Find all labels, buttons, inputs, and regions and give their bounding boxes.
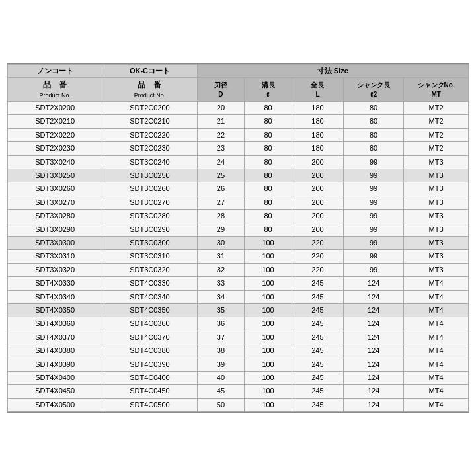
- table-row: SDT3X0310SDT3C03103110022099MT3: [8, 250, 469, 263]
- noncoat-cell: SDT3X0310: [8, 250, 102, 263]
- l-cell: 100: [245, 277, 292, 290]
- d-cell: 22: [197, 128, 245, 141]
- l2-cell: 124: [344, 398, 404, 411]
- noncoat-cell: SDT4X0500: [8, 398, 102, 411]
- table-row: SDT4X0340SDT4C034034100245124MT4: [8, 290, 469, 303]
- l2-cell: 99: [344, 210, 404, 223]
- okc-cell: SDT3C0270: [102, 196, 197, 209]
- okc-header: OK-Cコート: [102, 64, 197, 77]
- okc-cell: SDT3C0310: [102, 250, 197, 263]
- mt-cell: MT4: [404, 317, 469, 331]
- L-cell: 245: [292, 358, 343, 371]
- noncoat-cell: SDT2X0220: [8, 128, 102, 141]
- d-cell: 20: [197, 102, 245, 115]
- l2-cell: 80: [344, 115, 404, 128]
- noncoat-cell: SDT3X0290: [8, 223, 102, 236]
- table-row: SDT4X0400SDT4C040040100245124MT4: [8, 371, 469, 384]
- noncoat-cell: SDT2X0230: [8, 142, 102, 155]
- L-cell: 245: [292, 290, 343, 303]
- d-cell: 36: [197, 317, 245, 331]
- l2-cell: 124: [344, 344, 404, 358]
- l2-cell: 99: [344, 263, 404, 276]
- okc-cell: SDT3C0260: [102, 182, 197, 196]
- table-row: SDT4X0500SDT4C050050100245124MT4: [8, 398, 469, 411]
- l-cell: 100: [245, 344, 292, 358]
- l-cell: 100: [245, 250, 292, 263]
- L-cell: 220: [292, 237, 343, 250]
- l2-cell: 124: [344, 331, 404, 344]
- table-row: SDT3X0280SDT3C0280288020099MT3: [8, 210, 469, 223]
- l-cell: 100: [245, 398, 292, 411]
- L-cell: 180: [292, 115, 343, 128]
- l2-cell: 124: [344, 290, 404, 303]
- okc-cell: SDT2C0220: [102, 128, 197, 141]
- L-cell: 200: [292, 155, 343, 169]
- L-cell: 245: [292, 398, 343, 411]
- d-cell: 27: [197, 196, 245, 209]
- noncoat-cell: SDT4X0400: [8, 371, 102, 384]
- l2-cell: 124: [344, 277, 404, 290]
- mt-cell: MT4: [404, 371, 469, 384]
- L-cell: 200: [292, 223, 343, 236]
- okc-cell: SDT2C0230: [102, 142, 197, 155]
- d-cell: 37: [197, 331, 245, 344]
- noncoat-cell: SDT4X0360: [8, 317, 102, 331]
- size-header: 寸法 Size: [197, 64, 468, 77]
- table-row: SDT4X0390SDT4C039039100245124MT4: [8, 358, 469, 371]
- L-cell: 200: [292, 196, 343, 209]
- l-cell: 80: [245, 155, 292, 169]
- l-cell: 80: [245, 102, 292, 115]
- l-cell: 100: [245, 317, 292, 331]
- l-cell: 100: [245, 263, 292, 276]
- okc-cell: SDT4C0360: [102, 317, 197, 331]
- noncoat-cell: SDT3X0240: [8, 155, 102, 169]
- l2-cell: 124: [344, 371, 404, 384]
- okc-cell: SDT3C0280: [102, 210, 197, 223]
- mt-cell: MT3: [404, 155, 469, 169]
- d-cell: 23: [197, 142, 245, 155]
- L-cell: 200: [292, 210, 343, 223]
- okc-cell: SDT3C0320: [102, 263, 197, 276]
- okc-cell: SDT4C0380: [102, 344, 197, 358]
- l2-cell: 80: [344, 128, 404, 141]
- l2-cell: 124: [344, 317, 404, 331]
- noncoat-cell: SDT4X0390: [8, 358, 102, 371]
- noncoat-cell: SDT4X0350: [8, 303, 102, 317]
- l2-cell: 99: [344, 196, 404, 209]
- d-cell: 38: [197, 344, 245, 358]
- okc-cell: SDT3C0300: [102, 237, 197, 250]
- d-subheader: 刃径 D: [197, 78, 245, 102]
- noncoat-cell: SDT4X0380: [8, 344, 102, 358]
- l-cell: 80: [245, 169, 292, 182]
- d-cell: 32: [197, 263, 245, 276]
- l2-cell: 124: [344, 303, 404, 317]
- noncoat-cell: SDT3X0280: [8, 210, 102, 223]
- l2-cell: 124: [344, 385, 404, 398]
- table-row: SDT4X0450SDT4C045045100245124MT4: [8, 385, 469, 398]
- okc-cell: SDT4C0350: [102, 303, 197, 317]
- l2-cell: 99: [344, 169, 404, 182]
- mt-cell: MT2: [404, 102, 469, 115]
- mt-cell: MT4: [404, 303, 469, 317]
- l-subheader: 溝長 ℓ: [245, 78, 292, 102]
- mt-cell: MT4: [404, 290, 469, 303]
- l-cell: 80: [245, 223, 292, 236]
- okc-cell: SDT3C0250: [102, 169, 197, 182]
- okc-cell: SDT3C0290: [102, 223, 197, 236]
- l-cell: 100: [245, 385, 292, 398]
- mt-subheader: シャンクNo. MT: [404, 78, 469, 102]
- mt-cell: MT2: [404, 142, 469, 155]
- table-body: SDT2X0200SDT2C0200208018080MT2SDT2X0210S…: [8, 102, 469, 412]
- l-cell: 80: [245, 128, 292, 141]
- l2-cell: 99: [344, 223, 404, 236]
- L-cell: 200: [292, 182, 343, 196]
- table-row: SDT3X0300SDT3C03003010022099MT3: [8, 237, 469, 250]
- l2-cell: 80: [344, 102, 404, 115]
- l2-cell: 99: [344, 155, 404, 169]
- d-cell: 33: [197, 277, 245, 290]
- okc-cell: SDT4C0400: [102, 371, 197, 384]
- noncoat-header: ノンコート: [8, 64, 102, 77]
- l-cell: 80: [245, 115, 292, 128]
- L-cell: 245: [292, 277, 343, 290]
- mt-cell: MT4: [404, 398, 469, 411]
